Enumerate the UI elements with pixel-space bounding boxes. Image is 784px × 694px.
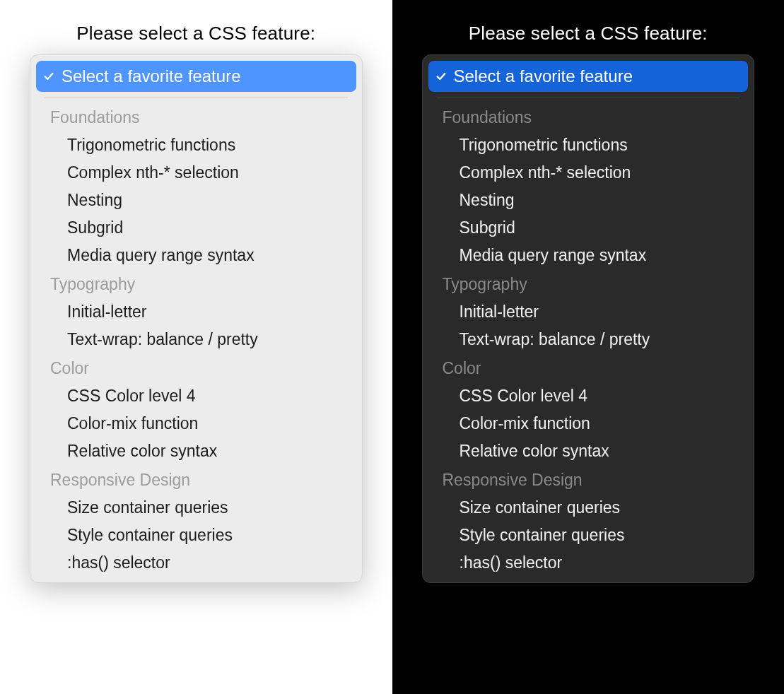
option-style-container-queries[interactable]: Style container queries	[36, 522, 356, 549]
selected-option-label: Select a favorite feature	[454, 66, 633, 86]
option-style-container-queries[interactable]: Style container queries	[428, 522, 749, 549]
group-label-foundations: Foundations	[36, 102, 356, 131]
option-initial-letter[interactable]: Initial-letter	[36, 298, 356, 326]
light-mode-panel: Please select a CSS feature: Select a fa…	[0, 0, 392, 694]
option-css-color-level-4[interactable]: CSS Color level 4	[428, 382, 749, 410]
group-label-typography: Typography	[36, 269, 356, 298]
option-subgrid[interactable]: Subgrid	[36, 214, 356, 242]
option-list: FoundationsTrigonometric functionsComple…	[36, 102, 356, 577]
selected-option-label: Select a favorite feature	[62, 66, 240, 86]
option-color-mix-function[interactable]: Color-mix function	[36, 410, 356, 437]
group-label-color: Color	[428, 353, 749, 382]
option-css-color-level-4[interactable]: CSS Color level 4	[36, 382, 356, 410]
option-has-selector[interactable]: :has() selector	[36, 549, 356, 577]
group-label-foundations: Foundations	[428, 102, 749, 131]
option-media-query-range-syntax[interactable]: Media query range syntax	[36, 242, 356, 269]
option-initial-letter[interactable]: Initial-letter	[428, 298, 749, 326]
option-complex-nth-selection[interactable]: Complex nth-* selection	[36, 159, 356, 187]
option-trigonometric-functions[interactable]: Trigonometric functions	[428, 131, 749, 159]
prompt-label: Please select a CSS feature:	[76, 23, 315, 45]
option-trigonometric-functions[interactable]: Trigonometric functions	[36, 131, 356, 159]
option-subgrid[interactable]: Subgrid	[428, 214, 749, 242]
option-media-query-range-syntax[interactable]: Media query range syntax	[428, 242, 749, 269]
option-text-wrap-balance-pretty[interactable]: Text-wrap: balance / pretty	[36, 326, 356, 353]
option-complex-nth-selection[interactable]: Complex nth-* selection	[428, 159, 749, 187]
selected-option[interactable]: Select a favorite feature	[36, 61, 356, 92]
option-text-wrap-balance-pretty[interactable]: Text-wrap: balance / pretty	[428, 326, 749, 353]
group-label-responsive-design: Responsive Design	[36, 465, 356, 494]
option-nesting[interactable]: Nesting	[428, 187, 749, 214]
selected-option[interactable]: Select a favorite feature	[428, 61, 749, 92]
option-relative-color-syntax[interactable]: Relative color syntax	[428, 437, 749, 465]
group-label-color: Color	[36, 353, 356, 382]
select-popup[interactable]: Select a favorite feature FoundationsTri…	[30, 54, 363, 583]
group-label-responsive-design: Responsive Design	[428, 465, 749, 494]
check-icon	[434, 71, 448, 82]
option-relative-color-syntax[interactable]: Relative color syntax	[36, 437, 356, 465]
group-label-typography: Typography	[428, 269, 749, 298]
select-popup[interactable]: Select a favorite feature FoundationsTri…	[422, 54, 755, 583]
prompt-label: Please select a CSS feature:	[469, 23, 708, 45]
option-list: FoundationsTrigonometric functionsComple…	[428, 102, 749, 577]
option-color-mix-function[interactable]: Color-mix function	[428, 410, 749, 437]
check-icon	[42, 71, 56, 82]
dark-mode-panel: Please select a CSS feature: Select a fa…	[392, 0, 785, 694]
option-size-container-queries[interactable]: Size container queries	[428, 494, 749, 522]
option-has-selector[interactable]: :has() selector	[428, 549, 749, 577]
option-nesting[interactable]: Nesting	[36, 187, 356, 214]
option-size-container-queries[interactable]: Size container queries	[36, 494, 356, 522]
divider	[437, 98, 740, 98]
divider	[45, 98, 348, 98]
